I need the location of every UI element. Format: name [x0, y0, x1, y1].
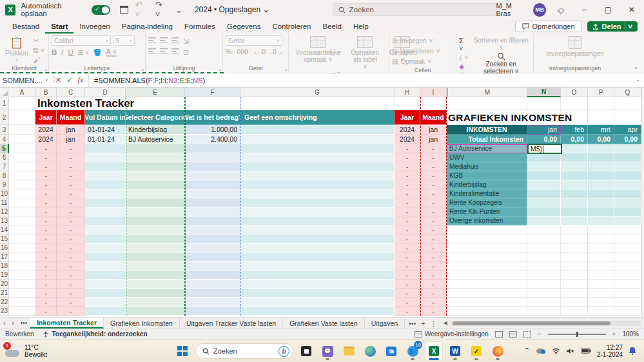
- cell-P7[interactable]: [588, 162, 614, 171]
- cell-M4[interactable]: Totaal Inkomsten: [447, 135, 527, 144]
- row-header-5[interactable]: 5: [0, 144, 9, 153]
- cell-E16[interactable]: [126, 243, 185, 252]
- cell-P21[interactable]: [588, 289, 614, 298]
- cell-E14[interactable]: [126, 225, 185, 234]
- cell-P22[interactable]: [588, 298, 614, 307]
- weather-widget[interactable]: 1 11°CBewolkt: [5, 344, 47, 358]
- row-header-3[interactable]: 3: [0, 125, 9, 135]
- cell-A20[interactable]: [9, 280, 35, 289]
- notification-bell-icon[interactable]: [629, 347, 636, 355]
- cell-I17[interactable]: -: [420, 252, 447, 262]
- cell-N21[interactable]: [527, 289, 561, 298]
- cell-P8[interactable]: [588, 171, 614, 180]
- cell-N19[interactable]: [527, 271, 561, 280]
- cell-N23[interactable]: [527, 307, 561, 316]
- cell-Q6[interactable]: [614, 153, 641, 162]
- clipboard-dialog-launcher[interactable]: ⌟: [44, 66, 47, 71]
- cell-C3[interactable]: jan: [57, 125, 85, 135]
- row-header-14[interactable]: 14: [0, 225, 9, 234]
- cell-O3[interactable]: feb: [561, 125, 588, 135]
- cell-O12[interactable]: [561, 207, 588, 216]
- cell-C18[interactable]: -: [57, 262, 85, 271]
- italic-button[interactable]: I: [61, 48, 63, 56]
- cell-P5[interactable]: [588, 144, 614, 153]
- sheet-tab-uitgaven-tracker-vaste-lasten[interactable]: Uitgaven Tracker Vaste lasten: [180, 318, 283, 329]
- cell-C16[interactable]: -: [57, 243, 85, 252]
- cell-N18[interactable]: [527, 262, 561, 271]
- ribbon-tab-gegevens[interactable]: Gegevens: [221, 21, 266, 33]
- cell-H12[interactable]: -: [395, 207, 420, 216]
- zoom-slider[interactable]: [548, 334, 606, 335]
- percent-style-button[interactable]: %: [226, 48, 231, 55]
- cell-M19[interactable]: [447, 271, 527, 280]
- cell-C8[interactable]: -: [57, 171, 85, 180]
- cell-I5[interactable]: -: [420, 144, 447, 153]
- cell-Q4[interactable]: 0,00: [614, 135, 641, 144]
- share-dropdown-icon[interactable]: ˅: [625, 23, 632, 30]
- cell-A21[interactable]: [9, 289, 35, 298]
- cell-F13[interactable]: [185, 216, 240, 225]
- cell-C7[interactable]: -: [57, 162, 85, 171]
- cell-P20[interactable]: [588, 280, 614, 289]
- cell-F21[interactable]: [185, 289, 240, 298]
- cell-F16[interactable]: [185, 243, 240, 252]
- cell-F20[interactable]: [185, 280, 240, 289]
- cell-G19[interactable]: [240, 271, 395, 280]
- cell-M2[interactable]: [447, 110, 527, 125]
- cell-D8[interactable]: [85, 171, 126, 180]
- cell-C15[interactable]: -: [57, 234, 85, 243]
- cell-C20[interactable]: -: [57, 280, 85, 289]
- save-icon[interactable]: [120, 6, 129, 14]
- cell-O18[interactable]: [561, 262, 588, 271]
- page-break-view-icon[interactable]: [523, 331, 531, 338]
- cell-B9[interactable]: -: [35, 180, 57, 189]
- cell-H11[interactable]: -: [395, 198, 420, 207]
- increase-decimal-icon[interactable]: ←.0: [253, 48, 266, 55]
- cell-E20[interactable]: [126, 280, 185, 289]
- cell-N7[interactable]: [527, 162, 561, 171]
- cell-E22[interactable]: [126, 298, 185, 307]
- cell-I10[interactable]: -: [420, 189, 447, 198]
- cell-B20[interactable]: -: [35, 280, 57, 289]
- row-header-11[interactable]: 11: [0, 198, 9, 207]
- scroll-left-icon[interactable]: ◀: [444, 320, 447, 326]
- cell-Q12[interactable]: [614, 207, 641, 216]
- zoom-level[interactable]: 100%: [622, 330, 639, 338]
- cell-D2[interactable]: Vul Datum in: [85, 110, 126, 125]
- cell-H22[interactable]: -: [395, 298, 420, 307]
- cell-F5[interactable]: [185, 144, 240, 153]
- cell-C5[interactable]: -: [57, 144, 85, 153]
- cut-icon[interactable]: ✂: [34, 37, 44, 44]
- cell-E6[interactable]: [126, 153, 185, 162]
- cell-G17[interactable]: [240, 252, 395, 262]
- zoom-out-icon[interactable]: −: [538, 330, 542, 338]
- cell-B6[interactable]: -: [35, 153, 57, 162]
- cell-I8[interactable]: -: [420, 171, 447, 180]
- cell-G23[interactable]: [240, 307, 395, 316]
- cell-D17[interactable]: [85, 252, 126, 262]
- cell-P10[interactable]: [588, 189, 614, 198]
- row-header-21[interactable]: 21: [0, 289, 9, 298]
- cell-O1[interactable]: [561, 97, 588, 110]
- cell-A7[interactable]: [9, 162, 35, 171]
- cell-C21[interactable]: -: [57, 289, 85, 298]
- cell-F22[interactable]: [185, 298, 240, 307]
- cell-A1[interactable]: [9, 97, 35, 110]
- cell-D14[interactable]: [85, 225, 126, 234]
- cell-G13[interactable]: [240, 216, 395, 225]
- cell-B11[interactable]: -: [35, 198, 57, 207]
- ribbon-tab-beeld[interactable]: Beeld: [317, 21, 347, 33]
- cell-M10[interactable]: Kinderalimentatie: [447, 189, 527, 198]
- store-button[interactable]: 🛍: [383, 342, 400, 360]
- cell-D13[interactable]: [85, 216, 126, 225]
- cell-B12[interactable]: -: [35, 207, 57, 216]
- edge-button[interactable]: [362, 342, 378, 360]
- cell-O4[interactable]: 0,00: [561, 135, 588, 144]
- onedrive-icon[interactable]: [536, 347, 546, 354]
- cell-Q14[interactable]: [614, 225, 641, 234]
- cell-M6[interactable]: UWV: [447, 153, 527, 162]
- clock[interactable]: 12:272-1-2024: [597, 344, 623, 358]
- cell-O15[interactable]: [561, 234, 588, 243]
- redo-icon[interactable]: ↷ ˅: [155, 0, 169, 19]
- cell-F2[interactable]: Wat is het bedrag?: [185, 110, 240, 125]
